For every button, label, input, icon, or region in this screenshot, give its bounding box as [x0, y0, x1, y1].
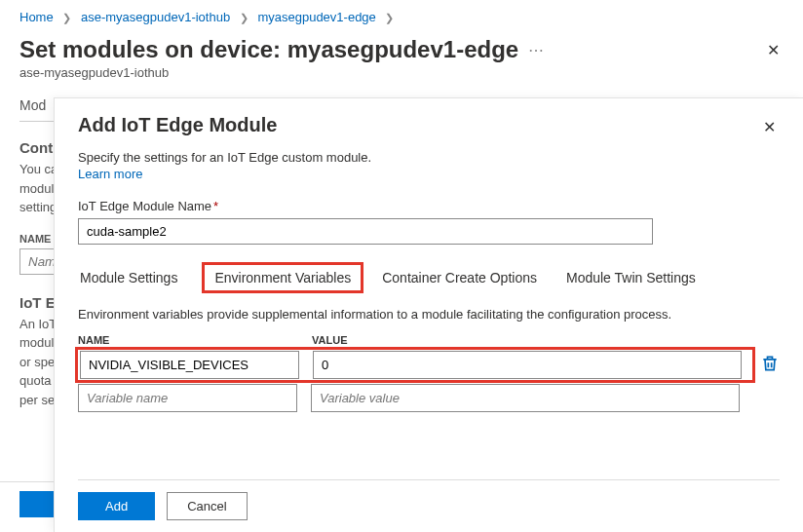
- panel-close-button[interactable]: ✕: [759, 114, 780, 140]
- cancel-button[interactable]: Cancel: [167, 492, 247, 520]
- module-name-label: IoT Edge Module Name*: [78, 199, 780, 213]
- required-indicator: *: [213, 199, 218, 213]
- col-header-name: NAME: [78, 334, 312, 346]
- add-module-panel: Add IoT Edge Module ✕ Specify the settin…: [54, 97, 803, 532]
- panel-footer: Add Cancel: [78, 479, 780, 532]
- page-title: Set modules on device: myasegpudev1-edge: [19, 36, 518, 63]
- panel-title: Add IoT Edge Module: [78, 114, 277, 136]
- env-section-desc: Environment variables provide supplement…: [78, 305, 721, 324]
- learn-more-link[interactable]: Learn more: [78, 167, 780, 181]
- tab-container-create-options[interactable]: Container Create Options: [380, 264, 539, 291]
- env-var-value-new-input[interactable]: [311, 384, 740, 412]
- more-icon[interactable]: ⋯: [528, 41, 544, 59]
- tab-module-settings[interactable]: Module Settings: [78, 264, 179, 291]
- delete-icon[interactable]: [760, 354, 780, 373]
- chevron-right-icon: ❯: [62, 12, 71, 23]
- env-row: [78, 350, 752, 380]
- env-var-name-new-input[interactable]: [78, 384, 297, 412]
- tab-module-twin-settings[interactable]: Module Twin Settings: [564, 264, 698, 291]
- panel-desc: Specify the settings for an IoT Edge cus…: [78, 150, 780, 165]
- close-button[interactable]: ✕: [763, 37, 784, 63]
- breadcrumb-home[interactable]: Home: [19, 10, 54, 24]
- col-header-value: VALUE: [312, 334, 741, 346]
- tab-environment-variables[interactable]: Environment Variables: [205, 265, 361, 290]
- add-button[interactable]: Add: [78, 492, 155, 520]
- chevron-right-icon: ❯: [240, 12, 249, 23]
- breadcrumb-iothub[interactable]: ase-myasegpudev1-iothub: [81, 10, 230, 24]
- chevron-right-icon: ❯: [385, 12, 394, 23]
- breadcrumb: Home ❯ ase-myasegpudev1-iothub ❯ myasegp…: [0, 0, 803, 28]
- env-var-value-input[interactable]: [313, 351, 742, 379]
- env-var-name-input[interactable]: [80, 351, 299, 379]
- env-row-empty: [78, 384, 780, 412]
- breadcrumb-device[interactable]: myasegpudev1-edge: [257, 10, 375, 24]
- module-name-input[interactable]: [78, 218, 653, 245]
